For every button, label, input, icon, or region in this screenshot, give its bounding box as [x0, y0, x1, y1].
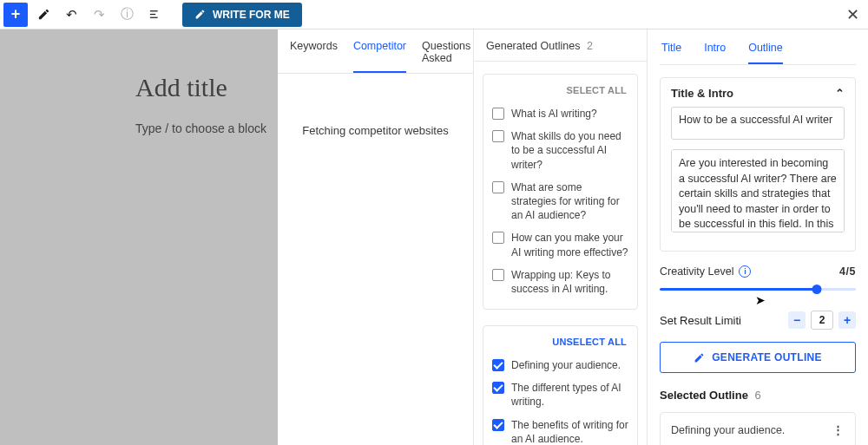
tab-title[interactable]: Title — [661, 42, 681, 64]
info-icon[interactable]: i — [739, 314, 741, 327]
generated-outlines-panel: Generated Outlines 2 SELECT ALLWhat is A… — [474, 29, 648, 445]
result-limit-stepper: − 2 + — [788, 311, 856, 330]
svg-rect-0 — [149, 10, 157, 11]
tab-keywords[interactable]: Keywords — [290, 40, 338, 73]
checkbox[interactable] — [492, 232, 504, 244]
outline-item[interactable]: What is AI writing? — [490, 102, 630, 125]
tab-intro[interactable]: Intro — [704, 42, 726, 64]
result-limit-value[interactable]: 2 — [811, 311, 833, 330]
topbar: + ↶ ↷ ⓘ WRITE FOR ME ✕ — [0, 0, 868, 29]
decrement-button[interactable]: − — [788, 311, 806, 329]
outline-item[interactable]: Defining your audience. — [490, 354, 630, 376]
tab-questions-asked[interactable]: Questions Asked — [422, 40, 470, 73]
checkbox[interactable] — [492, 359, 504, 371]
research-body: Fetching competitor websites — [278, 74, 473, 445]
close-icon[interactable]: ✕ — [846, 5, 859, 24]
outline-card: SELECT ALLWhat is AI writing?What skills… — [483, 74, 638, 310]
toggle-select-button[interactable]: SELECT ALL — [490, 83, 630, 102]
outline-view-icon[interactable] — [142, 3, 167, 27]
write-for-me-label: WRITE FOR ME — [213, 9, 290, 21]
write-for-me-button[interactable]: WRITE FOR ME — [182, 3, 302, 27]
side-panel: TitleIntroOutline Title & Intro ⌃ Creati… — [648, 29, 868, 445]
outline-item[interactable]: What skills do you need to be a successf… — [490, 125, 630, 176]
checkbox[interactable] — [492, 419, 504, 431]
creativity-value: 4/5 — [839, 265, 856, 278]
tab-outline[interactable]: Outline — [748, 42, 783, 64]
redo-icon[interactable]: ↷ — [87, 3, 111, 27]
pencil-icon — [194, 9, 206, 20]
title-intro-section: Title & Intro ⌃ — [660, 77, 856, 252]
outline-item-label: Defining your audience. — [511, 358, 621, 372]
outline-item[interactable]: The different types of AI writing. — [490, 376, 630, 413]
outline-item-label: What skills do you need to be a successf… — [511, 129, 628, 172]
chevron-up-icon[interactable]: ⌃ — [835, 87, 845, 100]
side-tabs: TitleIntroOutline — [660, 29, 856, 65]
add-block-button[interactable]: + — [3, 3, 28, 27]
pencil-icon — [694, 352, 705, 363]
outline-item-label: How can you make your AI writing more ef… — [511, 231, 628, 258]
svg-rect-1 — [149, 14, 155, 15]
info-icon[interactable]: i — [739, 265, 751, 278]
creativity-slider[interactable] — [660, 283, 856, 295]
outline-card: UNSELECT ALLDefining your audience.The d… — [483, 325, 638, 445]
undo-icon[interactable]: ↶ — [59, 3, 83, 27]
outline-item[interactable]: What are some strategies for writing for… — [490, 176, 630, 227]
checkbox[interactable] — [492, 181, 504, 193]
selected-outline-header: Selected Outline 6 — [660, 389, 856, 402]
outline-item[interactable]: Wrapping up: Keys to success in AI writi… — [490, 264, 630, 300]
checkbox[interactable] — [492, 382, 504, 394]
tab-competitor[interactable]: Competitor — [353, 40, 406, 73]
checkbox[interactable] — [492, 130, 504, 142]
more-icon[interactable]: ⋮ — [832, 423, 845, 436]
outline-item-label: The benefits of writing for an AI audien… — [511, 418, 628, 445]
title-intro-header: Title & Intro — [671, 87, 733, 100]
checkbox[interactable] — [492, 108, 504, 120]
editor-canvas: Add title Type / to choose a block — [0, 29, 278, 445]
edit-icon[interactable] — [31, 3, 56, 27]
outline-item-label: What are some strategies for writing for… — [511, 180, 628, 223]
result-limit-label: Set Result Limit — [660, 314, 739, 327]
outline-item[interactable]: How can you make your AI writing more ef… — [490, 226, 630, 263]
toggle-select-button[interactable]: UNSELECT ALL — [490, 335, 630, 354]
research-tabs: KeywordsCompetitorQuestions Asked — [278, 29, 473, 74]
info-icon[interactable]: ⓘ — [115, 3, 139, 27]
research-panel: KeywordsCompetitorQuestions Asked Fetchi… — [278, 29, 474, 445]
generated-outlines-header: Generated Outlines 2 — [474, 29, 647, 62]
svg-rect-2 — [149, 17, 157, 18]
intro-field[interactable] — [671, 149, 845, 232]
title-field[interactable] — [671, 107, 845, 140]
outline-item[interactable]: The benefits of writing for an AI audien… — [490, 414, 630, 445]
outline-item-label: The different types of AI writing. — [511, 381, 628, 409]
increment-button[interactable]: + — [838, 311, 856, 329]
editor-overlay — [0, 29, 278, 445]
outline-item-label: What is AI writing? — [511, 107, 597, 121]
generate-outline-button[interactable]: GENERATE OUTLINE — [660, 342, 856, 373]
checkbox[interactable] — [492, 269, 504, 281]
creativity-label: Creativity Level — [660, 265, 733, 278]
selected-outline-item[interactable]: Defining your audience. ⋮ — [660, 412, 856, 445]
outline-item-label: Wrapping up: Keys to success in AI writi… — [511, 268, 628, 296]
